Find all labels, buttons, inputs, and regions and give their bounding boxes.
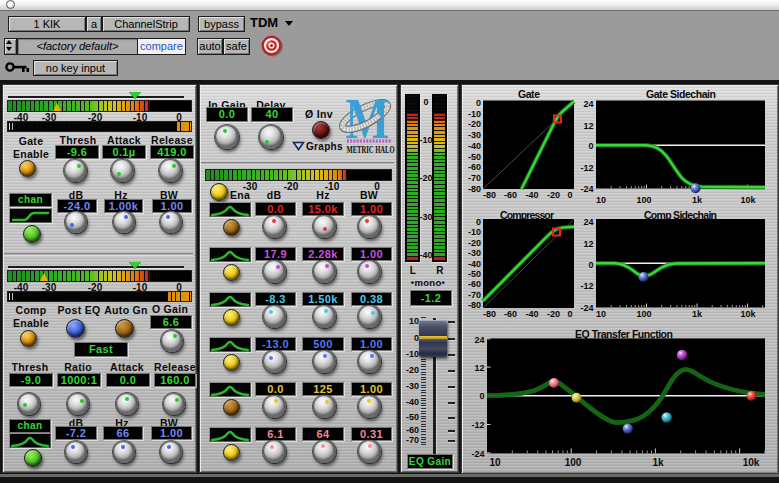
- svg-text:-40: -40: [525, 190, 538, 200]
- svg-text:100: 100: [636, 309, 651, 319]
- svg-text:0: 0: [567, 190, 572, 200]
- svg-text:-12: -12: [471, 420, 484, 430]
- svg-text:-60: -60: [468, 279, 481, 289]
- svg-text:100: 100: [636, 195, 651, 205]
- svg-text:24: 24: [583, 99, 593, 109]
- svg-text:-12: -12: [580, 281, 593, 291]
- svg-text:-50: -50: [468, 152, 481, 162]
- svg-text:10k: 10k: [740, 309, 756, 319]
- svg-text:Compressor: Compressor: [500, 209, 554, 221]
- svg-text:10k: 10k: [740, 195, 756, 205]
- svg-text:24: 24: [474, 335, 484, 345]
- svg-text:1k: 1k: [692, 195, 703, 205]
- svg-text:-30: -30: [468, 248, 481, 258]
- svg-text:-20: -20: [468, 119, 481, 129]
- svg-text:0: 0: [567, 309, 572, 319]
- svg-text:-40: -40: [468, 141, 481, 151]
- svg-text:0: 0: [476, 217, 481, 227]
- svg-text:0: 0: [479, 391, 484, 401]
- svg-text:-50: -50: [468, 269, 481, 279]
- svg-text:-70: -70: [468, 290, 481, 300]
- svg-text:-60: -60: [468, 162, 481, 172]
- svg-text:-80: -80: [468, 184, 481, 194]
- svg-text:Comp Sidechain: Comp Sidechain: [644, 209, 717, 221]
- svg-text:10: 10: [596, 195, 606, 205]
- svg-text:-10: -10: [468, 109, 481, 119]
- svg-text:0: 0: [588, 260, 593, 270]
- svg-text:10k: 10k: [743, 457, 760, 468]
- svg-text:10: 10: [489, 457, 501, 468]
- svg-text:EQ Transfer Function: EQ Transfer Function: [575, 328, 673, 340]
- svg-text:Gate Sidechain: Gate Sidechain: [646, 88, 716, 100]
- svg-text:10: 10: [596, 309, 606, 319]
- svg-text:-40: -40: [468, 259, 481, 269]
- svg-text:-24: -24: [471, 449, 484, 459]
- svg-text:24: 24: [583, 217, 593, 227]
- svg-text:12: 12: [583, 121, 593, 131]
- svg-text:-20: -20: [547, 190, 560, 200]
- svg-text:METRIC HALO: METRIC HALO: [346, 144, 394, 156]
- svg-text:-60: -60: [504, 309, 517, 319]
- svg-text:-24: -24: [580, 303, 593, 313]
- svg-text:-10: -10: [468, 227, 481, 237]
- svg-text:1k: 1k: [652, 457, 664, 468]
- svg-text:-80: -80: [483, 309, 496, 319]
- svg-text:Gate: Gate: [518, 88, 540, 100]
- svg-text:-80: -80: [483, 190, 496, 200]
- svg-text:-80: -80: [468, 300, 481, 310]
- svg-text:-20: -20: [547, 309, 560, 319]
- svg-text:12: 12: [474, 363, 484, 373]
- svg-text:-30: -30: [468, 130, 481, 140]
- svg-text:-40: -40: [525, 309, 538, 319]
- svg-text:-60: -60: [504, 190, 517, 200]
- svg-text:0: 0: [476, 98, 481, 108]
- svg-text:12: 12: [583, 239, 593, 249]
- svg-text:-70: -70: [468, 173, 481, 183]
- svg-text:100: 100: [565, 457, 582, 468]
- svg-text:1k: 1k: [692, 309, 703, 319]
- svg-text:-24: -24: [580, 184, 593, 194]
- svg-text:-12: -12: [580, 163, 593, 173]
- svg-text:-20: -20: [468, 238, 481, 248]
- svg-text:0: 0: [588, 141, 593, 151]
